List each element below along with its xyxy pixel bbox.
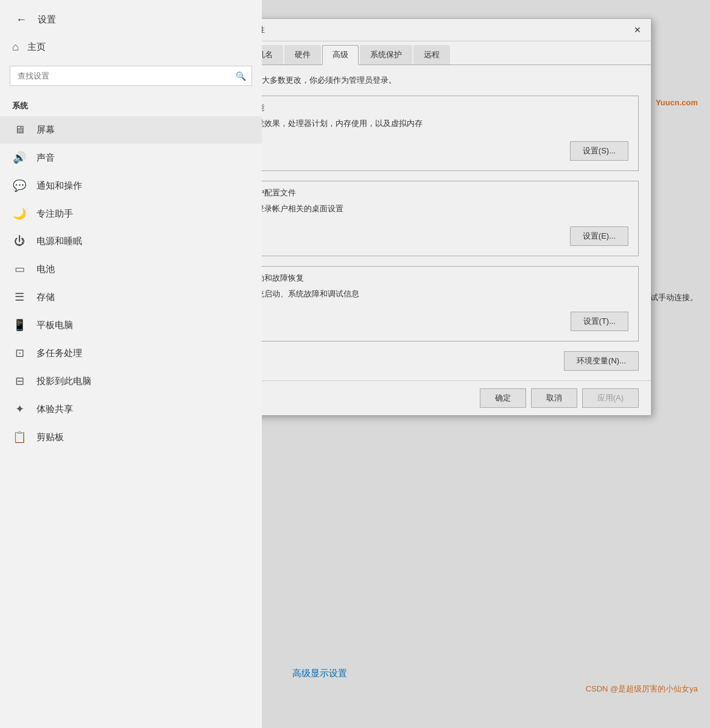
sidebar-item-screen-label: 屏幕 (37, 124, 55, 136)
clipboard-icon: 📋 (12, 430, 27, 444)
sidebar: ← 设置 ⌂ 主页 🔍 系统 🖥 屏幕 🔊 声音 💬 通知和操作 🌙 专注助手 … (0, 0, 262, 728)
sidebar-item-multitask-label: 多任务处理 (37, 348, 82, 359)
user-profiles-section-title: 用户配置文件 (262, 187, 628, 198)
sidebar-item-share[interactable]: ✦ 体验共享 (0, 395, 262, 423)
user-profiles-section-desc: 与登录帐户相关的桌面设置 (262, 203, 628, 214)
system-properties-dialog: 系统属性 ✕ 计算机名 硬件 高级 系统保护 远程 要进行大多数更改，你必须作为… (262, 18, 652, 416)
sidebar-header: ← 设置 (0, 6, 262, 33)
tab-computer-name[interactable]: 计算机名 (262, 45, 283, 65)
storage-icon: ☰ (12, 290, 27, 304)
tablet-icon: 📱 (12, 318, 27, 332)
dialog-section-user-profiles: 用户配置文件 与登录帐户相关的桌面设置 设置(E)... (262, 181, 639, 256)
sidebar-item-focus-label: 专注助手 (37, 208, 73, 220)
sidebar-item-battery-label: 电池 (37, 264, 55, 275)
home-icon: ⌂ (12, 41, 19, 54)
focus-icon: 🌙 (12, 207, 27, 220)
sidebar-item-clipboard[interactable]: 📋 剪贴板 (0, 423, 262, 451)
sidebar-item-power[interactable]: ⏻ 电源和睡眠 (0, 228, 262, 255)
sidebar-item-battery[interactable]: ▭ 电池 (0, 255, 262, 283)
startup-recovery-section-desc: 系统启动、系统故障和调试信息 (262, 289, 628, 299)
sidebar-item-focus[interactable]: 🌙 专注助手 (0, 200, 262, 228)
dialog-title-text: 系统属性 (262, 24, 265, 35)
dialog-tabs: 计算机名 硬件 高级 系统保护 远程 (262, 41, 651, 65)
dialog-body: 要进行大多数更改，你必须作为管理员登录。 性能 视觉效果，处理器计划，内存使用，… (262, 65, 651, 380)
sidebar-item-notify-label: 通知和操作 (37, 180, 82, 192)
dialog-titlebar: 系统属性 ✕ (262, 19, 651, 41)
apply-button[interactable]: 应用(A) (582, 388, 639, 408)
sidebar-item-project[interactable]: ⊟ 投影到此电脑 (0, 367, 262, 395)
sidebar-title-label: 设置 (38, 14, 56, 26)
sidebar-item-storage[interactable]: ☰ 存储 (0, 283, 262, 311)
tab-advanced[interactable]: 高级 (322, 45, 359, 65)
performance-section-desc: 视觉效果，处理器计划，内存使用，以及虚拟内存 (262, 118, 628, 129)
performance-section-title: 性能 (262, 102, 628, 113)
system-section-label: 系统 (0, 91, 262, 116)
main-content: 屏幕 夜间模式设置 Windows HD Color 试手动连接。 高级显示设置… (262, 0, 710, 728)
sidebar-item-multitask[interactable]: ⊡ 多任务处理 (0, 339, 262, 367)
sound-icon: 🔊 (12, 151, 27, 164)
sidebar-item-share-label: 体验共享 (37, 404, 73, 415)
ok-button[interactable]: 确定 (480, 388, 526, 408)
project-icon: ⊟ (12, 374, 27, 388)
search-box: 🔍 (10, 66, 252, 86)
search-icon: 🔍 (236, 71, 246, 81)
sidebar-item-clipboard-label: 剪贴板 (37, 432, 64, 443)
user-profiles-settings-button[interactable]: 设置(E)... (570, 226, 628, 246)
dialog-section-performance: 性能 视觉效果，处理器计划，内存使用，以及虚拟内存 设置(S)... (262, 96, 639, 171)
startup-recovery-section-title: 启动和故障恢复 (262, 273, 628, 284)
dialog-note: 要进行大多数更改，你必须作为管理员登录。 (262, 75, 639, 86)
sidebar-item-screen[interactable]: 🖥 屏幕 (0, 116, 262, 144)
search-input[interactable] (10, 66, 252, 86)
env-vars-button[interactable]: 环境变量(N)... (564, 351, 639, 371)
sidebar-item-tablet[interactable]: 📱 平板电脑 (0, 311, 262, 339)
sidebar-item-notify[interactable]: 💬 通知和操作 (0, 172, 262, 200)
sidebar-item-tablet-label: 平板电脑 (37, 320, 73, 331)
dialog-section-startup-recovery: 启动和故障恢复 系统启动、系统故障和调试信息 设置(T)... (262, 266, 639, 341)
home-nav-item[interactable]: ⌂ 主页 (0, 33, 262, 61)
dialog-close-button[interactable]: ✕ (631, 24, 644, 36)
sidebar-item-power-label: 电源和睡眠 (37, 236, 82, 247)
sidebar-item-sound[interactable]: 🔊 声音 (0, 144, 262, 172)
tab-remote[interactable]: 远程 (413, 45, 450, 65)
tab-hardware[interactable]: 硬件 (284, 45, 321, 65)
sidebar-item-sound-label: 声音 (37, 152, 55, 164)
battery-icon: ▭ (12, 262, 27, 276)
notify-icon: 💬 (12, 179, 27, 192)
dialog-footer: 确定 取消 应用(A) (262, 380, 651, 415)
screen-icon: 🖥 (12, 124, 27, 136)
power-icon: ⏻ (12, 235, 27, 248)
share-icon: ✦ (12, 402, 27, 416)
sidebar-item-project-label: 投影到此电脑 (37, 376, 91, 387)
performance-settings-button[interactable]: 设置(S)... (570, 141, 628, 161)
sidebar-item-storage-label: 存储 (37, 292, 55, 303)
home-nav-label: 主页 (27, 41, 46, 53)
multitask-icon: ⊡ (12, 346, 27, 360)
cancel-button[interactable]: 取消 (531, 388, 577, 408)
tab-system-protection[interactable]: 系统保护 (360, 45, 412, 65)
startup-recovery-settings-button[interactable]: 设置(T)... (571, 312, 628, 331)
back-button[interactable]: ← (12, 12, 30, 27)
